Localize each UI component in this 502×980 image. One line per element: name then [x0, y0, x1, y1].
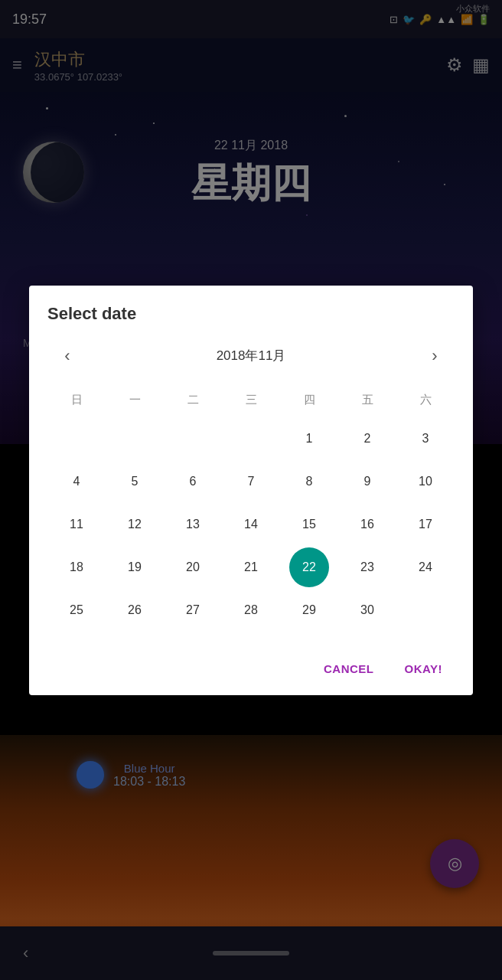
calendar-day-cell[interactable]: 5: [115, 462, 155, 501]
calendar-day-cell[interactable]: 20: [173, 547, 213, 587]
calendar-month-year: 2018年11月: [217, 347, 286, 364]
calendar-day-cell[interactable]: 4: [57, 462, 96, 501]
calendar-day-cell[interactable]: 22: [289, 547, 329, 587]
calendar-day-cell[interactable]: 12: [115, 505, 155, 544]
weekday-header: 三: [231, 385, 271, 416]
calendar-day-cell[interactable]: 6: [173, 462, 213, 501]
calendar-week-row: 123: [47, 419, 455, 459]
calendar-day-cell: [173, 419, 213, 459]
calendar-day-cell[interactable]: 16: [347, 505, 387, 544]
calendar-day-cell[interactable]: 27: [173, 590, 213, 630]
calendar-day-cell[interactable]: 30: [347, 590, 387, 630]
calendar-week-row: 45678910: [47, 462, 455, 501]
calendar-day-cell[interactable]: 7: [231, 462, 271, 501]
weekday-header: 一: [115, 385, 155, 416]
calendar-day-cell[interactable]: 1: [289, 419, 329, 459]
calendar-day-cell[interactable]: 23: [347, 547, 387, 587]
calendar-day-cell[interactable]: 15: [289, 505, 329, 544]
calendar-day-cell[interactable]: 8: [289, 462, 329, 501]
next-month-button[interactable]: ›: [421, 342, 448, 370]
calendar-day-cell[interactable]: 25: [57, 590, 96, 630]
calendar-day-cell[interactable]: 13: [173, 505, 213, 544]
dialog-buttons: CANCEL OKAY!: [47, 648, 455, 683]
calendar-week-row: 252627282930: [47, 590, 455, 630]
weekday-header-row: 日一二三四五六: [47, 385, 455, 416]
calendar-day-cell[interactable]: 10: [406, 462, 445, 501]
weekday-header: 六: [406, 385, 445, 416]
calendar-day-cell[interactable]: 18: [57, 547, 96, 587]
calendar-day-cell: [115, 419, 155, 459]
cancel-button[interactable]: CANCEL: [311, 655, 386, 683]
calendar-day-cell[interactable]: 19: [115, 547, 155, 587]
calendar-day-cell[interactable]: 29: [289, 590, 329, 630]
calendar-week-row: 11121314151617: [47, 505, 455, 544]
ok-button[interactable]: OKAY!: [393, 655, 455, 683]
weekday-header: 四: [289, 385, 329, 416]
calendar-day-cell[interactable]: 26: [115, 590, 155, 630]
calendar-day-cell[interactable]: 21: [231, 547, 271, 587]
calendar-navigation: ‹ 2018年11月 ›: [47, 342, 455, 370]
prev-month-button[interactable]: ‹: [54, 342, 81, 370]
weekday-header: 日: [57, 385, 96, 416]
calendar-week-row: 18192021222324: [47, 547, 455, 587]
calendar-grid: 日一二三四五六 12345678910111213141516171819202…: [47, 385, 455, 630]
calendar-day-cell: [231, 419, 271, 459]
calendar-day-cell: [406, 590, 445, 630]
calendar-day-cell[interactable]: 28: [231, 590, 271, 630]
weekday-header: 二: [173, 385, 213, 416]
calendar-day-cell[interactable]: 11: [57, 505, 96, 544]
calendar-day-cell[interactable]: 2: [347, 419, 387, 459]
date-picker-dialog: Select date ‹ 2018年11月 › 日一二三四五六 1234567…: [29, 286, 473, 695]
calendar-day-cell[interactable]: 3: [406, 419, 445, 459]
calendar-day-cell[interactable]: 14: [231, 505, 271, 544]
dialog-title: Select date: [47, 304, 455, 324]
calendar-day-cell: [57, 419, 96, 459]
dialog-overlay: Select date ‹ 2018年11月 › 日一二三四五六 1234567…: [0, 0, 502, 980]
calendar-day-cell[interactable]: 24: [406, 547, 445, 587]
calendar-day-cell[interactable]: 9: [347, 462, 387, 501]
calendar-day-cell[interactable]: 17: [406, 505, 445, 544]
weekday-header: 五: [347, 385, 387, 416]
